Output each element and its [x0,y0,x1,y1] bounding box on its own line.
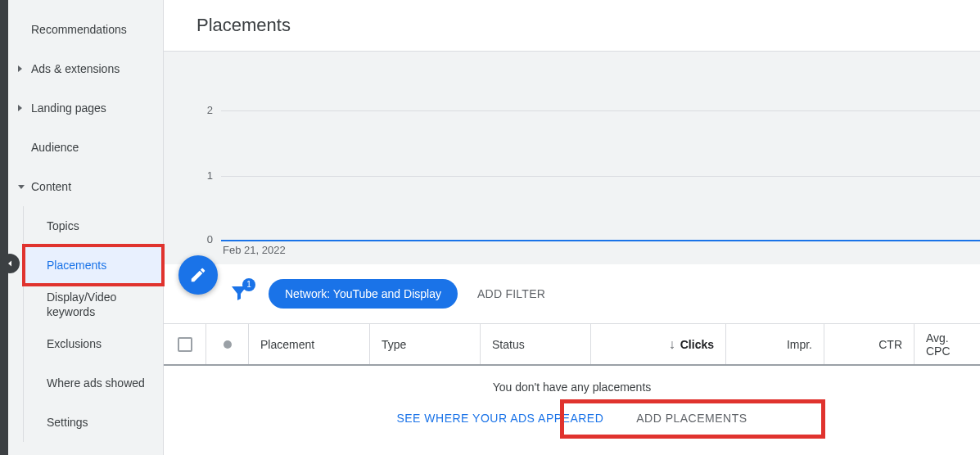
sidebar-sub-label: Placements [47,258,106,273]
sidebar-item-settings[interactable]: Settings [24,403,163,442]
x-axis-start-label: Feb 21, 2022 [223,244,286,256]
col-label: Placement [260,338,314,351]
y-tick: 2 [196,104,213,116]
col-impr[interactable]: Impr. [726,324,824,364]
create-placement-fab[interactable] [178,255,218,295]
sidebar-item-placements[interactable]: Placements [24,246,163,285]
col-ctr[interactable]: CTR [824,324,915,364]
caret-right-icon [18,65,22,72]
left-rail [0,0,8,455]
col-label: Clicks [680,338,714,351]
col-label: CTR [878,338,902,351]
sidebar-item-topics[interactable]: Topics [24,206,163,246]
chart: 2 1 0 Feb 21, 2022 [164,52,980,264]
sidebar-label: Recommendations [31,23,127,36]
y-tick: 0 [196,233,213,246]
checkbox-icon [178,337,192,352]
col-label: Status [492,338,525,351]
main-content: Placements 2 1 0 Feb 21, 2022 1 Network:… [164,0,980,455]
filter-bar: 1 Network: YouTube and Display ADD FILTE… [164,264,980,323]
gridline [221,176,980,177]
caret-down-icon [18,185,25,189]
sidebar-item-content[interactable]: Content [8,167,163,206]
sidebar-label: Ads & extensions [31,62,120,75]
gridline [221,110,980,111]
col-status[interactable]: Status [481,324,591,364]
col-avg-cpc[interactable]: Avg. CPC [915,324,980,364]
empty-state-actions: SEE WHERE YOUR ADS APPEARED ADD PLACEMEN… [164,400,980,448]
chevron-left-icon [5,259,15,268]
select-all-checkbox[interactable] [164,324,206,364]
sidebar-sub-label: Exclusions [47,336,102,351]
sidebar-item-recommendations[interactable]: Recommendations [8,10,163,49]
chart-baseline [221,240,980,241]
sidebar-sub-label: Topics [47,218,79,233]
sidebar-item-display-video-keywords[interactable]: Display/Video keywords [24,285,163,324]
col-label: Type [382,338,406,351]
add-placements-link[interactable]: ADD PLACEMENTS [621,403,761,433]
y-tick: 1 [196,169,213,182]
sidebar-item-landing-pages[interactable]: Landing pages [8,88,163,128]
col-type[interactable]: Type [370,324,481,364]
sidebar: Recommendations Ads & extensions Landing… [8,0,164,455]
filter-funnel-button[interactable]: 1 [229,283,249,305]
caret-right-icon [18,105,22,111]
sort-desc-icon: ↓ [669,337,675,352]
sidebar-item-ads-extensions[interactable]: Ads & extensions [8,49,163,88]
page-title: Placements [164,0,980,52]
status-column-header[interactable] [206,324,249,364]
col-placement[interactable]: Placement [249,324,370,364]
sidebar-label: Landing pages [31,101,106,115]
collapse-sidebar-button[interactable] [0,254,20,273]
sidebar-item-exclusions[interactable]: Exclusions [24,324,163,363]
sidebar-label: Content [31,180,71,193]
sidebar-item-audience[interactable]: Audience [8,128,163,167]
sidebar-sub-label: Display/Video keywords [47,290,163,319]
sidebar-sub-label: Settings [47,415,88,430]
col-clicks[interactable]: ↓ Clicks [591,324,726,364]
filter-chip-network[interactable]: Network: YouTube and Display [269,279,458,309]
status-dot-icon [224,340,232,349]
sidebar-label: Audience [31,141,79,154]
col-label: Avg. CPC [926,331,969,358]
sidebar-item-where-ads-showed[interactable]: Where ads showed [24,363,163,403]
see-where-ads-appeared-link[interactable]: SEE WHERE YOUR ADS APPEARED [382,403,618,433]
pencil-icon [189,266,207,284]
filter-count-badge: 1 [242,278,255,291]
empty-state-message: You don't have any placements [164,366,980,400]
sidebar-sub-label: Where ads showed [47,376,145,390]
col-label: Impr. [787,338,812,351]
add-filter-button[interactable]: ADD FILTER [477,287,545,300]
table-header: Placement Type Status ↓ Clicks Impr. CTR… [164,323,980,366]
content-subgroup: Topics Placements Display/Video keywords… [23,206,163,442]
